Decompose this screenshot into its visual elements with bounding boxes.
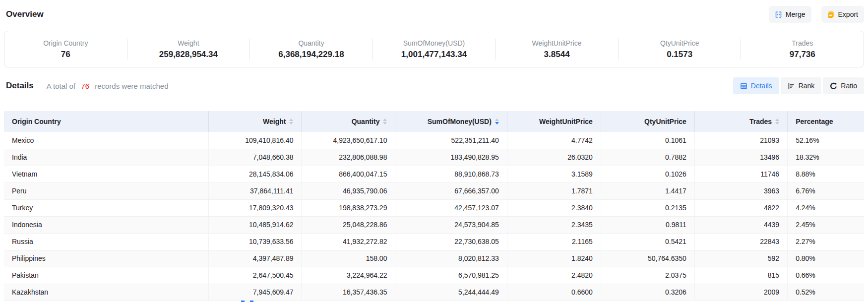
value-cell: 52.16% <box>788 132 864 149</box>
table-row: Peru37,864,111.4146,935,790.0667,666,357… <box>4 182 864 199</box>
records-count: 76 <box>81 82 89 90</box>
sort-icon <box>775 119 779 124</box>
stat-label: Weight <box>127 39 250 47</box>
value-cell: 0.80% <box>788 250 864 267</box>
tab-details[interactable]: Details <box>733 77 779 94</box>
table-row: Mexico109,410,816.404,923,650,617.10522,… <box>4 132 864 149</box>
export-icon <box>827 11 835 18</box>
country-cell: Kazakhstan <box>4 284 209 301</box>
value-cell: 183,490,828.95 <box>395 149 507 166</box>
country-cell: Indonesia <box>4 216 209 233</box>
sort-desc-icon <box>289 122 293 124</box>
value-cell: 8,020,812.33 <box>395 250 507 267</box>
value-cell: 2.0375 <box>601 267 694 284</box>
value-cell: 42,457,123.07 <box>395 199 507 216</box>
value-cell: 0.9811 <box>601 216 694 233</box>
column-label: Origin Country <box>12 118 61 125</box>
stat-value: 0.1573 <box>619 50 741 60</box>
country-cell: Turkey <box>4 199 209 216</box>
country-cell: Pakistan <box>4 267 209 284</box>
column-label: Percentage <box>796 118 833 125</box>
value-cell: 67,666,357.00 <box>395 182 507 199</box>
value-cell: 8.88% <box>788 166 864 182</box>
view-tabs: DetailsRankRatio <box>733 77 864 94</box>
table-row: Turkey17,809,320.43198,838,273.2942,457,… <box>4 199 864 216</box>
column-header-quantity[interactable]: Quantity <box>302 111 395 132</box>
value-cell: 815 <box>694 267 787 284</box>
rank-icon <box>788 82 795 90</box>
records-summary: A total of 76 records were matched <box>47 82 169 90</box>
tab-rank[interactable]: Rank <box>781 77 822 94</box>
value-cell: 2.4820 <box>507 267 601 284</box>
details-title: Details <box>6 81 34 91</box>
table-icon <box>740 82 747 90</box>
value-cell: 17,809,320.43 <box>209 199 302 216</box>
overview-stat-sumofmoney-usd: SumOfMoney(USD)1,001,477,143.34 <box>373 39 496 60</box>
value-cell: 4.24% <box>788 199 864 216</box>
value-cell: 3,224,964.22 <box>302 267 395 284</box>
value-cell: 4439 <box>694 216 787 233</box>
value-cell: 4,397,487.89 <box>209 250 302 267</box>
top-actions: Merge Export <box>769 6 864 23</box>
stat-value: 6,368,194,229.18 <box>250 50 372 60</box>
value-cell: 2.3435 <box>507 216 601 233</box>
value-cell: 2009 <box>694 284 787 301</box>
page-title: Overview <box>6 9 44 19</box>
value-cell: 10,485,914.62 <box>209 216 302 233</box>
table-row: India7,048,660.38232,806,088.98183,490,8… <box>4 149 864 166</box>
value-cell: 4822 <box>694 199 787 216</box>
value-cell: 1.8240 <box>507 250 601 267</box>
value-cell: 3963 <box>694 182 787 199</box>
tab-ratio[interactable]: Ratio <box>823 77 864 94</box>
top-bar: Overview Merge Export <box>0 0 868 23</box>
value-cell: 50,764.6350 <box>601 250 694 267</box>
table-row: Philippines4,397,487.89158.008,020,812.3… <box>4 250 864 267</box>
value-cell: 198,838,273.29 <box>302 199 395 216</box>
tab-label: Details <box>751 82 772 90</box>
value-cell: 522,351,211.40 <box>395 132 507 149</box>
value-cell: 1.4417 <box>601 182 694 199</box>
column-label: Weight <box>263 118 286 125</box>
column-label: WeightUnitPrice <box>539 118 593 125</box>
export-button[interactable]: Export <box>821 6 864 23</box>
column-header-origin-country: Origin Country <box>4 111 209 132</box>
value-cell: 18.32% <box>788 149 864 166</box>
sort-desc-icon <box>495 122 499 124</box>
value-cell: 88,910,868.73 <box>395 166 507 182</box>
column-header-trades[interactable]: Trades <box>694 111 787 132</box>
value-cell: 11746 <box>694 166 787 182</box>
sort-desc-icon <box>383 122 387 124</box>
value-cell: 7,048,660.38 <box>209 149 302 166</box>
stat-label: SumOfMoney(USD) <box>373 39 496 47</box>
value-cell: 0.52% <box>788 284 864 301</box>
column-header-sumofmoney-usd[interactable]: SumOfMoney(USD) <box>395 111 507 132</box>
export-button-label: Export <box>838 10 858 18</box>
value-cell: 26.0320 <box>507 149 601 166</box>
column-header-percentage: Percentage <box>788 111 864 132</box>
value-cell: 2.1165 <box>507 233 601 250</box>
table-row: Russia10,739,633.5641,932,272.8222,730,6… <box>4 233 864 250</box>
stat-value: 76 <box>4 50 127 60</box>
merge-button[interactable]: Merge <box>769 6 811 23</box>
value-cell: 232,806,088.98 <box>302 149 395 166</box>
column-label: Quantity <box>352 118 380 125</box>
value-cell: 109,410,816.40 <box>209 132 302 149</box>
stat-value: 1,001,477,143.34 <box>373 50 496 60</box>
stat-label: Trades <box>741 39 864 47</box>
page: Overview Merge Export Origin Country76We… <box>0 0 868 302</box>
value-cell: 24,573,904.85 <box>395 216 507 233</box>
value-cell: 0.3206 <box>601 284 694 301</box>
value-cell: 4.7742 <box>507 132 601 149</box>
value-cell: 1.7871 <box>507 182 601 199</box>
country-cell: Philippines <box>4 250 209 267</box>
value-cell: 13496 <box>694 149 787 166</box>
sort-desc-icon <box>775 122 779 124</box>
stat-value: 97,736 <box>741 50 864 60</box>
country-cell: Vietnam <box>4 166 209 182</box>
stat-label: Quantity <box>250 39 372 47</box>
column-header-weight[interactable]: Weight <box>209 111 302 132</box>
column-label: Trades <box>749 118 772 125</box>
value-cell: 2.45% <box>788 216 864 233</box>
tab-label: Rank <box>799 82 815 90</box>
value-cell: 0.1026 <box>601 166 694 182</box>
